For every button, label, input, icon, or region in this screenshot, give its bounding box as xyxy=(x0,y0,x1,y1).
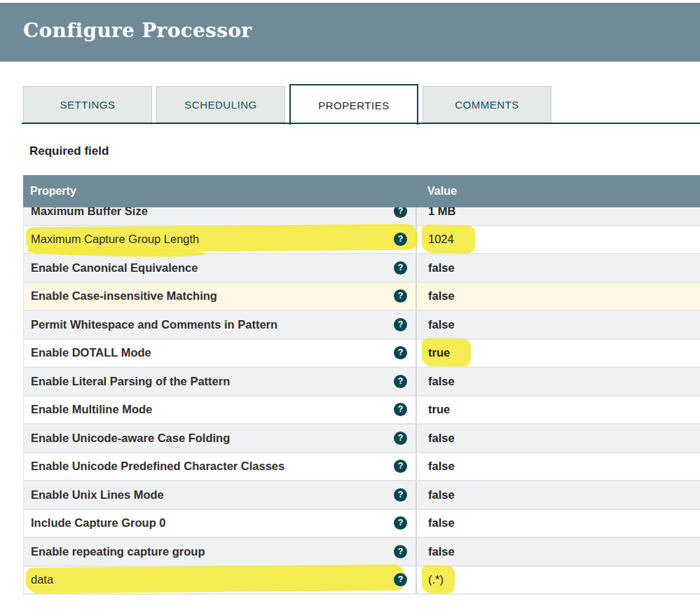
help-icon[interactable]: ? xyxy=(394,289,407,303)
help-icon[interactable]: ? xyxy=(394,432,407,445)
table-row[interactable]: Maximum Capture Group Length?1024 xyxy=(24,226,700,255)
property-name: Enable Literal Parsing of the Pattern xyxy=(31,375,394,388)
table-row[interactable]: Enable Canonical Equivalence?false xyxy=(24,254,700,283)
property-cell: Enable repeating capture group? xyxy=(24,538,417,565)
tab-comments[interactable]: COMMENTS xyxy=(423,86,551,123)
property-name: Include Capture Group 0 xyxy=(31,516,394,530)
help-icon[interactable]: ? xyxy=(394,375,407,388)
property-value: 1024 xyxy=(428,233,454,246)
property-value: false xyxy=(428,261,455,275)
property-name: Enable Canonical Equivalence xyxy=(31,261,394,275)
properties-table-body: Maximum Buffer Size?1 MBMaximum Capture … xyxy=(23,207,700,597)
column-header-property: Property xyxy=(23,185,416,198)
help-icon[interactable]: ? xyxy=(394,516,407,530)
required-field-label: Required field xyxy=(29,144,109,158)
property-cell: Enable Canonical Equivalence? xyxy=(24,254,417,282)
dialog-title: Configure Processor xyxy=(0,3,700,42)
help-icon[interactable]: ? xyxy=(394,573,407,586)
property-value: false xyxy=(428,545,455,558)
value-cell[interactable]: false xyxy=(417,311,700,338)
property-cell: data? xyxy=(24,567,417,594)
property-name: Enable Unicode Predefined Character Clas… xyxy=(31,460,394,473)
table-header-row: Property Value xyxy=(23,175,700,207)
help-icon[interactable]: ? xyxy=(394,207,407,218)
property-cell: Maximum Capture Group Length? xyxy=(24,226,417,254)
tab-bar: SETTINGSSCHEDULINGPROPERTIESCOMMENTS xyxy=(23,84,551,125)
value-cell[interactable]: true xyxy=(417,340,700,367)
property-value: false xyxy=(428,318,455,331)
value-cell[interactable]: false xyxy=(417,453,700,481)
value-cell[interactable]: (.*) xyxy=(417,567,700,594)
column-header-value: Value xyxy=(416,185,457,198)
property-value: false xyxy=(428,375,455,388)
help-icon[interactable]: ? xyxy=(394,261,407,275)
table-row[interactable]: Enable Multiline Mode?true xyxy=(24,397,700,425)
value-cell[interactable]: false xyxy=(417,425,700,452)
property-value: false xyxy=(428,488,455,502)
help-icon[interactable]: ? xyxy=(394,460,407,473)
table-row[interactable]: Enable DOTALL Mode?true xyxy=(24,340,700,369)
property-value: false xyxy=(428,516,455,530)
property-name: Enable DOTALL Mode xyxy=(31,346,394,359)
table-row[interactable]: Enable Case-insensitive Matching?false xyxy=(24,283,700,312)
property-cell: Include Capture Group 0? xyxy=(24,510,417,537)
property-name: Enable repeating capture group xyxy=(31,545,394,558)
tab-scheduling[interactable]: SCHEDULING xyxy=(156,86,285,123)
property-name: Enable Unicode-aware Case Folding xyxy=(31,432,394,445)
property-value: false xyxy=(428,432,455,445)
help-icon[interactable]: ? xyxy=(394,488,407,502)
value-cell[interactable]: false xyxy=(417,368,700,395)
property-name: Enable Case-insensitive Matching xyxy=(31,289,394,303)
property-cell: Enable Literal Parsing of the Pattern? xyxy=(24,368,417,395)
property-name: Enable Multiline Mode xyxy=(31,403,394,416)
table-row[interactable]: Enable Unicode Predefined Character Clas… xyxy=(24,453,700,482)
tab-properties[interactable]: PROPERTIES xyxy=(289,84,418,125)
property-value: false xyxy=(428,289,455,303)
property-cell: Enable Unicode Predefined Character Clas… xyxy=(24,453,417,481)
property-value: false xyxy=(428,460,455,473)
property-value: 1 MB xyxy=(428,207,455,218)
property-name: data xyxy=(31,573,394,586)
table-row[interactable]: Maximum Buffer Size?1 MB xyxy=(24,207,700,226)
property-name: Enable Unix Lines Mode xyxy=(31,488,394,502)
property-cell: Enable Unicode-aware Case Folding? xyxy=(24,425,417,452)
help-icon[interactable]: ? xyxy=(394,403,407,416)
dialog-header: Configure Processor xyxy=(0,3,700,62)
value-cell[interactable]: true xyxy=(417,397,700,424)
table-row[interactable]: Enable repeating capture group?false xyxy=(24,538,700,567)
value-cell[interactable]: false xyxy=(417,510,700,537)
value-cell[interactable]: false xyxy=(417,283,700,310)
help-icon[interactable]: ? xyxy=(394,545,407,558)
property-name: Permit Whitespace and Comments in Patter… xyxy=(31,318,394,331)
property-cell: Enable Multiline Mode? xyxy=(24,397,417,424)
property-cell: Enable DOTALL Mode? xyxy=(24,340,417,367)
help-icon[interactable]: ? xyxy=(394,346,407,359)
value-cell[interactable]: 1024 xyxy=(417,226,700,254)
property-value: true xyxy=(428,403,450,416)
table-row[interactable]: Enable Literal Parsing of the Pattern?fa… xyxy=(24,368,700,397)
value-cell[interactable]: false xyxy=(417,538,700,565)
value-cell[interactable]: false xyxy=(417,481,700,509)
property-cell: Enable Case-insensitive Matching? xyxy=(24,283,417,310)
property-value: true xyxy=(428,346,450,359)
value-cell[interactable]: 1 MB xyxy=(417,207,700,225)
table-row[interactable]: Enable Unicode-aware Case Folding?false xyxy=(24,425,700,453)
properties-table: Property Value Maximum Buffer Size?1 MBM… xyxy=(23,175,700,597)
property-name: Maximum Capture Group Length xyxy=(31,233,394,246)
value-cell[interactable]: false xyxy=(417,254,700,282)
property-name: Maximum Buffer Size xyxy=(31,207,394,218)
table-row[interactable]: Enable Unix Lines Mode?false xyxy=(24,481,700,510)
property-cell: Permit Whitespace and Comments in Patter… xyxy=(24,311,417,338)
property-cell: Maximum Buffer Size? xyxy=(24,207,417,225)
table-row[interactable]: Include Capture Group 0?false xyxy=(24,510,700,539)
table-row[interactable]: Permit Whitespace and Comments in Patter… xyxy=(24,311,700,340)
property-cell: Enable Unix Lines Mode? xyxy=(24,481,417,509)
tab-bar-underline xyxy=(22,123,700,124)
configure-processor-dialog: { "header": { "title": "Configure Proces… xyxy=(0,0,700,613)
tab-settings[interactable]: SETTINGS xyxy=(23,86,152,123)
table-row[interactable]: data?(.*) xyxy=(24,567,700,595)
property-value: (.*) xyxy=(428,573,444,586)
help-icon[interactable]: ? xyxy=(394,318,407,331)
